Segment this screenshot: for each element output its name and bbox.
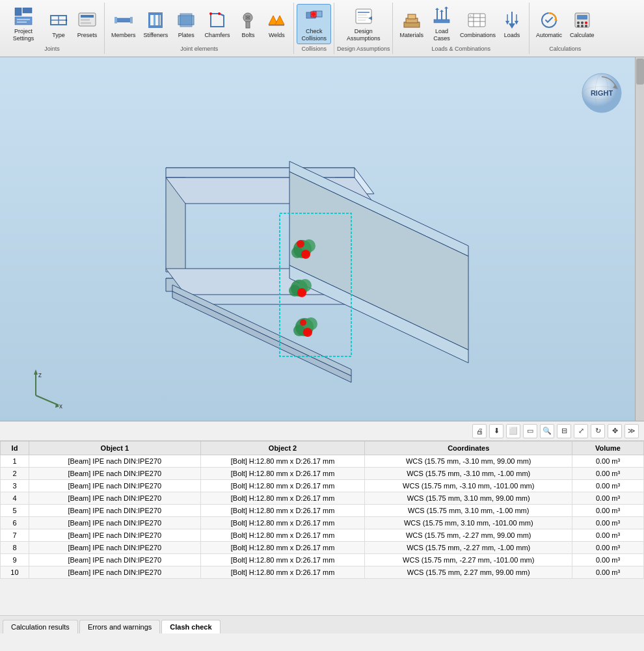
table-row[interactable]: 4 [Beam] IPE nach DIN:IPE270 [Bolt] H:12… [1, 492, 644, 505]
calculations-items: Automatic Calculate [532, 4, 598, 44]
cell-obj1: [Beam] IPE nach DIN:IPE270 [29, 554, 200, 566]
cell-id: 9 [1, 554, 29, 566]
view-compass[interactable]: RIGHT [579, 70, 624, 116]
cell-id: 6 [1, 517, 29, 529]
frame-button[interactable]: ⬜ [506, 424, 520, 438]
svg-point-105 [303, 328, 312, 337]
more-button[interactable]: ≫ [624, 424, 639, 438]
cell-id: 3 [1, 480, 29, 492]
table-row[interactable]: 6 [Beam] IPE nach DIN:IPE270 [Bolt] H:12… [1, 517, 644, 529]
cell-obj2: [Bolt] H:12.80 mm x D:26.17 mm [200, 554, 365, 566]
scrollbar-thumb[interactable] [636, 59, 644, 85]
calculate-label: Calculate [570, 32, 595, 39]
svg-rect-13 [115, 18, 132, 22]
svg-point-95 [291, 246, 303, 258]
svg-rect-10 [81, 15, 94, 18]
svg-rect-18 [148, 12, 150, 28]
stiffeners-button[interactable]: Stiffeners [140, 4, 172, 44]
cell-volume: 0.00 m³ [572, 505, 644, 517]
print-view-button[interactable]: 🖨 [472, 424, 487, 438]
svg-text:z: z [38, 371, 42, 379]
zoom-out-button[interactable]: ⊟ [557, 424, 571, 438]
svg-marker-67 [515, 21, 518, 25]
toolbar-group-joints: Project Settings Type [0, 3, 105, 54]
svg-point-104 [293, 325, 305, 336]
svg-rect-30 [246, 21, 250, 28]
svg-rect-16 [148, 12, 163, 15]
members-button[interactable]: Members [107, 4, 140, 44]
rect-select-button[interactable]: ▭ [523, 424, 537, 438]
tab-calculation-results[interactable]: Calculation results [3, 620, 78, 633]
pan-button[interactable]: ✥ [608, 424, 622, 438]
materials-button[interactable]: Materials [396, 4, 427, 44]
svg-marker-63 [509, 23, 515, 29]
svg-rect-1 [23, 8, 32, 13]
cell-obj2: [Bolt] H:12.80 mm x D:26.17 mm [200, 566, 365, 579]
cell-obj1: [Beam] IPE nach DIN:IPE270 [29, 566, 200, 579]
3d-viewport[interactable]: z x RIGHT [0, 57, 644, 421]
stiffeners-label: Stiffeners [144, 32, 168, 39]
export-button[interactable]: ⬇ [489, 424, 503, 438]
zoom-window-button[interactable]: 🔍 [540, 424, 554, 438]
cell-id: 10 [1, 566, 29, 579]
loads-icon [502, 10, 522, 31]
presets-button[interactable]: Presets [73, 4, 101, 44]
cell-id: 8 [1, 542, 29, 554]
tab-clash-check[interactable]: Clash check [161, 620, 220, 633]
svg-marker-24 [211, 14, 224, 27]
results-table-area: Id Object 1 Object 2 Coordinates Volume … [0, 441, 644, 615]
svg-rect-19 [161, 12, 163, 28]
type-button[interactable]: Type [44, 4, 73, 44]
table-row[interactable]: 3 [Beam] IPE nach DIN:IPE270 [Bolt] H:12… [1, 480, 644, 492]
table-row[interactable]: 5 [Beam] IPE nach DIN:IPE270 [Bolt] H:12… [1, 505, 644, 517]
cell-coords: WCS (15.75 mm, -2.27 mm, 99.00 mm) [365, 529, 572, 542]
load-cases-button[interactable]: LoadCases [427, 4, 456, 44]
chamfers-button[interactable]: Chamfers [200, 4, 234, 44]
svg-point-27 [218, 12, 221, 15]
plates-button[interactable]: Plates [172, 4, 200, 44]
welds-button[interactable]: Welds [262, 4, 291, 44]
viewport-scrollbar[interactable] [635, 57, 644, 421]
check-collisions-button[interactable]: CheckCollisions [297, 4, 331, 44]
cell-coords: WCS (15.75 mm, -3.10 mm, 99.00 mm) [365, 455, 572, 468]
bolts-button[interactable]: Bolts [234, 4, 262, 44]
tab-errors-warnings[interactable]: Errors and warnings [79, 620, 160, 633]
cell-id: 2 [1, 468, 29, 480]
table-row[interactable]: 2 [Beam] IPE nach DIN:IPE270 [Bolt] H:12… [1, 468, 644, 480]
welds-icon [266, 10, 287, 31]
combinations-button[interactable]: Σ+ Combinations [456, 4, 498, 44]
loads-button[interactable]: Loads [498, 4, 526, 44]
presets-label: Presets [77, 32, 98, 39]
table-row[interactable]: 8 [Beam] IPE nach DIN:IPE270 [Bolt] H:12… [1, 542, 644, 554]
svg-point-74 [585, 21, 587, 24]
bolts-icon [237, 10, 258, 31]
svg-point-76 [581, 25, 584, 27]
tab-bar: Calculation resultsErrors and warningsCl… [0, 615, 644, 633]
zoom-all-button[interactable]: ⤢ [574, 424, 588, 438]
table-row[interactable]: 7 [Beam] IPE nach DIN:IPE270 [Bolt] H:12… [1, 529, 644, 542]
plates-icon [176, 10, 196, 31]
loads-items: Materials LoadCases [396, 4, 526, 44]
svg-rect-23 [180, 14, 192, 27]
svg-marker-53 [435, 8, 439, 10]
table-row[interactable]: 10 [Beam] IPE nach DIN:IPE270 [Bolt] H:1… [1, 566, 644, 579]
cell-obj2: [Bolt] H:12.80 mm x D:26.17 mm [200, 455, 365, 468]
table-row[interactable]: 9 [Beam] IPE nach DIN:IPE270 [Bolt] H:12… [1, 554, 644, 566]
materials-icon [401, 10, 422, 31]
rotate-button[interactable]: ↻ [591, 424, 605, 438]
automatic-button[interactable]: Automatic [532, 4, 566, 44]
load-cases-icon [431, 6, 452, 27]
project-settings-icon [13, 6, 34, 27]
design-assumptions-button[interactable]: DesignAssumptions [343, 4, 384, 44]
project-settings-button[interactable]: Project Settings [3, 4, 44, 44]
cell-obj1: [Beam] IPE nach DIN:IPE270 [29, 468, 200, 480]
table-header-row: Id Object 1 Object 2 Coordinates Volume [1, 442, 644, 455]
table-row[interactable]: 1 [Beam] IPE nach DIN:IPE270 [Bolt] H:12… [1, 455, 644, 468]
svg-point-72 [577, 21, 580, 24]
cell-obj1: [Beam] IPE nach DIN:IPE270 [29, 492, 200, 505]
design-items: DesignAssumptions [343, 4, 384, 44]
cell-coords: WCS (15.75 mm, -2.27 mm, -1.00 mm) [365, 542, 572, 554]
toolbar-group-calculations: Automatic Calculate [530, 3, 601, 54]
col-header-object1: Object 1 [29, 442, 200, 455]
calculate-button[interactable]: Calculate [566, 4, 598, 44]
